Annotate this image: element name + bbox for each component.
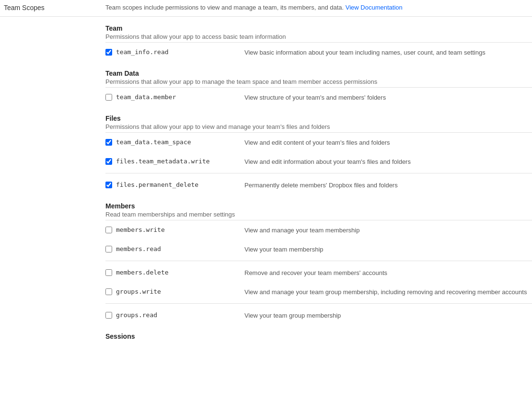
scope-left: groups.write: [105, 288, 244, 295]
sessions-section: Sessions: [105, 325, 532, 342]
team-data-section-desc: Permissions that allow your app to manag…: [105, 78, 532, 85]
files-team-metadata-write-checkbox[interactable]: [105, 158, 112, 165]
members-section-header: Members Read team memberships and member…: [105, 195, 532, 220]
list-item: groups.write View and manage your team g…: [105, 282, 532, 301]
team-info-read-checkbox[interactable]: [105, 49, 112, 56]
files-group-separator: [105, 173, 532, 173]
scope-left: files.permanent_delete: [105, 181, 244, 188]
scope-description: View your team membership: [244, 245, 532, 253]
list-item: members.delete Remove and recover your t…: [105, 263, 532, 282]
view-documentation-link[interactable]: View Documentation: [346, 4, 403, 11]
list-item: files.team_metadata.write View and edit …: [105, 152, 532, 171]
list-item: team_data.team_space View and edit conte…: [105, 133, 532, 152]
members-section-desc: Read team memberships and member setting…: [105, 211, 532, 218]
members-section-title: Members: [105, 202, 532, 210]
files-permanent-delete-checkbox[interactable]: [105, 182, 112, 188]
list-item: members.write View and manage your team …: [105, 220, 532, 240]
team-section-desc: Permissions that allow your app to acces…: [105, 33, 532, 40]
scope-description: Remove and recover your team members' ac…: [244, 269, 532, 276]
files-section-title: Files: [105, 115, 532, 122]
team-data-member-checkbox[interactable]: [105, 94, 112, 101]
scope-left: team_info.read: [105, 48, 244, 56]
scope-name: groups.read: [116, 311, 157, 319]
page-wrapper: Team Scopes Team scopes include permissi…: [0, 0, 532, 401]
members-write-checkbox[interactable]: [105, 227, 112, 233]
list-item: team_data.member View structure of your …: [105, 88, 532, 107]
team-data-section: Team Data Permissions that allow your ap…: [105, 62, 532, 107]
members-section: Members Read team memberships and member…: [105, 195, 532, 325]
team-section: Team Permissions that allow your app to …: [105, 17, 532, 62]
scope-name: members.read: [116, 245, 161, 252]
team-section-title: Team: [105, 24, 532, 32]
files-section-header: Files Permissions that allow your app to…: [105, 107, 532, 132]
scope-name: files.team_metadata.write: [116, 158, 210, 165]
team-section-header: Team Permissions that allow your app to …: [105, 17, 532, 42]
groups-read-checkbox[interactable]: [105, 312, 112, 319]
scope-description: View and edit information about your tea…: [244, 158, 532, 165]
scope-name: files.permanent_delete: [116, 181, 198, 188]
list-item: files.permanent_delete Permanently delet…: [105, 175, 532, 195]
scope-description: View and manage your team group membersh…: [244, 288, 532, 296]
list-item: members.read View your team membership: [105, 240, 532, 259]
list-item: groups.read View your team group members…: [105, 306, 532, 325]
members-delete-checkbox[interactable]: [105, 269, 112, 276]
groups-write-checkbox[interactable]: [105, 288, 112, 295]
team-data-team-space-checkbox[interactable]: [105, 139, 112, 146]
files-section-desc: Permissions that allow your app to view …: [105, 123, 532, 130]
sessions-section-header: Sessions: [105, 325, 532, 342]
scope-description: View your team group membership: [244, 311, 532, 319]
header-desc-text: Team scopes include permissions to view …: [105, 4, 344, 11]
scope-left: team_data.member: [105, 93, 244, 101]
team-data-section-title: Team Data: [105, 69, 532, 77]
scope-left: files.team_metadata.write: [105, 158, 244, 165]
scope-name: groups.write: [116, 288, 161, 295]
team-data-section-header: Team Data Permissions that allow your ap…: [105, 62, 532, 87]
scope-left: members.write: [105, 226, 244, 233]
scope-description: View basic information about your team i…: [244, 48, 532, 56]
members-group-separator-1: [105, 261, 532, 261]
scope-name: team_data.member: [116, 93, 176, 101]
header-row: Team Scopes Team scopes include permissi…: [0, 0, 532, 17]
scope-name: members.write: [116, 226, 165, 233]
section-label: Team Scopes: [0, 3, 105, 11]
scope-description: View and edit content of your team's fil…: [244, 138, 532, 146]
content-area: Team Permissions that allow your app to …: [0, 17, 532, 342]
members-group-separator-2: [105, 303, 532, 304]
scope-name: team_data.team_space: [116, 138, 191, 146]
sessions-section-title: Sessions: [105, 332, 532, 340]
files-section: Files Permissions that allow your app to…: [105, 107, 532, 195]
scope-description: Permanently delete members' Dropbox file…: [244, 181, 532, 189]
scope-left: groups.read: [105, 311, 244, 319]
header-description: Team scopes include permissions to view …: [105, 3, 532, 11]
list-item: team_info.read View basic information ab…: [105, 43, 532, 62]
members-read-checkbox[interactable]: [105, 246, 112, 252]
scope-left: team_data.team_space: [105, 138, 244, 146]
scope-name: members.delete: [116, 269, 169, 276]
scope-name: team_info.read: [116, 48, 169, 56]
scope-description: View structure of your team's and member…: [244, 93, 532, 101]
scope-left: members.delete: [105, 269, 244, 276]
scope-description: View and manage your team membership: [244, 226, 532, 234]
scope-left: members.read: [105, 245, 244, 252]
